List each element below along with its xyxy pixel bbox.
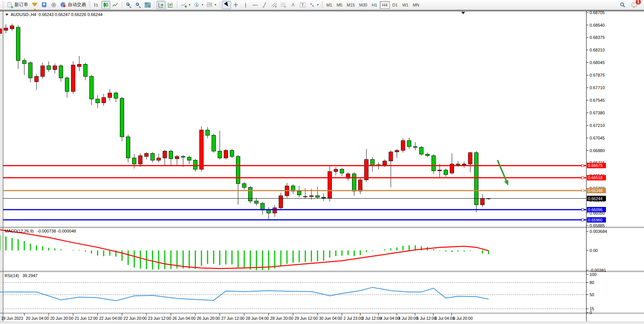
svg-text:0.67045: 0.67045 [590,136,605,140]
svg-text:6 Jul 20:00: 6 Jul 20:00 [453,316,473,321]
svg-text:26 Jun 20:00: 26 Jun 20:00 [197,316,220,321]
rsi-value: 39.2947 [22,273,38,278]
symbol-collapse-icon[interactable] [5,14,8,16]
svg-text:3 Jul 12:00: 3 Jul 12:00 [362,316,382,321]
svg-text:29 Jun 12:00: 29 Jun 12:00 [295,316,318,321]
svg-text:0.67210: 0.67210 [590,123,605,128]
svg-text:0.68705: 0.68705 [590,10,605,15]
svg-text:0: 0 [590,310,592,315]
svg-text:0.68210: 0.68210 [590,48,605,52]
svg-text:0.66679: 0.66679 [588,163,603,168]
svg-text:20 Jun 04:00: 20 Jun 04:00 [26,316,49,321]
svg-text:0.66518: 0.66518 [588,175,603,180]
svg-text:0.67710: 0.67710 [590,85,605,90]
svg-text:0.66880: 0.66880 [590,148,605,153]
macd-name: MACD(12,26,9) [5,229,33,233]
svg-text:15: 15 [590,306,594,311]
svg-text:0.66050: 0.66050 [590,211,605,215]
svg-text:100: 100 [590,272,596,277]
svg-text:19 Jun 2023: 19 Jun 2023 [1,316,23,321]
svg-text:0.67875: 0.67875 [590,73,605,77]
price-chart: 0.687050.685400.683750.682100.680450.678… [0,0,644,324]
svg-text:0.68045: 0.68045 [590,60,605,65]
svg-text:30 Jun 04:00: 30 Jun 04:00 [319,316,342,321]
svg-text:26 Jun 04:00: 26 Jun 04:00 [172,316,196,321]
chart-window[interactable]: 0.687050.685400.683750.682100.680450.678… [0,0,644,324]
svg-text:23 Jun 12:00: 23 Jun 12:00 [148,316,171,321]
rsi-name: RSI(14) [5,273,19,278]
chart-symbol: AUDUSD-,H4 [11,12,36,17]
chart-header: AUDUSD-,H4 0.66243 0.66247 0.66226 0.662… [5,12,102,17]
macd-indicator-label: MACD(12,26,9) -0.000738 -0.000048 [5,229,76,233]
svg-text:6 Jul 04:00: 6 Jul 04:00 [435,316,455,321]
rsi-indicator-label: RSI(14) 39.2947 [5,273,38,278]
svg-text:0.66244: 0.66244 [588,196,603,201]
svg-text:0.003684: 0.003684 [590,229,607,234]
svg-text:0.66096: 0.66096 [588,207,603,212]
svg-text:0.00: 0.00 [590,248,598,253]
svg-text:80: 80 [590,280,594,285]
svg-text:0.66545: 0.66545 [590,173,605,178]
svg-text:2 Jul 23:00: 2 Jul 23:00 [343,316,363,321]
chart-ohlc: 0.66243 0.66247 0.66226 0.66244 [38,12,102,17]
svg-text:0.65960: 0.65960 [588,218,603,222]
svg-text:50: 50 [590,292,594,297]
mt4-terminal: + 新订单 自动交易 + [0,0,644,324]
svg-text:20 Jun 20:00: 20 Jun 20:00 [50,316,73,321]
svg-text:4 Jul 20:00: 4 Jul 20:00 [399,316,418,321]
svg-text:0.66215: 0.66215 [590,198,605,203]
svg-text:0.67380: 0.67380 [590,111,605,115]
svg-text:0.68540: 0.68540 [590,23,605,27]
svg-text:27 Jun 12:00: 27 Jun 12:00 [221,316,244,321]
svg-text:21 Jun 12:00: 21 Jun 12:00 [75,316,98,321]
svg-text:0.66715: 0.66715 [590,160,605,165]
svg-text:4 Jul 04:00: 4 Jul 04:00 [380,316,400,321]
svg-text:28 Jun 04:00: 28 Jun 04:00 [246,316,269,321]
svg-text:0.68375: 0.68375 [590,35,605,40]
svg-text:5 Jul 12:00: 5 Jul 12:00 [417,316,437,321]
svg-text:-0.00381: -0.00381 [590,268,606,273]
svg-text:22 Jun 04:00: 22 Jun 04:00 [99,316,122,321]
svg-text:28 Jun 20:00: 28 Jun 20:00 [270,316,293,321]
svg-text:0.66380: 0.66380 [590,186,605,191]
svg-text:22 Jun 20:00: 22 Jun 20:00 [124,316,147,321]
macd-values: -0.000738 -0.000048 [37,229,76,233]
svg-text:0.67545: 0.67545 [590,98,605,103]
svg-text:0.66348: 0.66348 [588,188,603,193]
svg-text:0.65885: 0.65885 [590,223,605,228]
